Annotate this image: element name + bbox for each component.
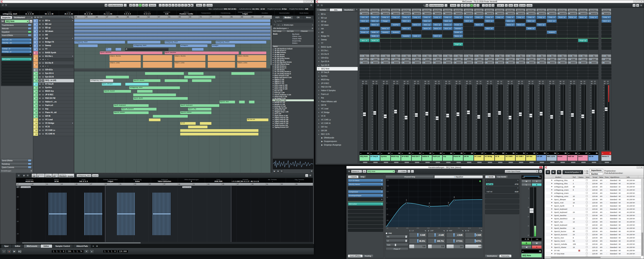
pool-media-row[interactable]: ▶SY Seq Note ✱ 120.00 4/4 - Standard - M… [544,252,644,255]
edit-button[interactable]: e [559,83,562,84]
track-color-cell[interactable]: ▶13 [33,68,38,72]
audio-event[interactable] [116,48,121,51]
track-lane[interactable]: Gitarre_Links Gitarre_Links Gitarre_Link… [74,62,270,68]
solo-button[interactable]: s [490,81,492,82]
insert-slot[interactable]: SSLE...eo [484,27,494,30]
play-preview-icon[interactable]: ▶ [273,83,274,84]
mixer-channel-strip[interactable]: ROUTING INSERTS Comp...orFlangerStereo..… [380,9,391,164]
send-slot[interactable] [401,65,411,67]
insert-slot-post[interactable] [578,43,588,46]
fader-cap[interactable] [415,113,418,117]
fader-cap[interactable] [540,112,543,116]
insert-slot[interactable]: Stereo...ay [578,16,588,19]
info-field[interactable]: Transponieren [196,11,216,15]
track-color-cell[interactable]: ▶11 [33,55,38,61]
audio-event[interactable] [239,101,245,104]
insert-slot[interactable] [602,23,612,27]
mute-button[interactable]: m [38,111,41,114]
insert-slot[interactable] [391,34,401,38]
racks-star-icon[interactable]: * [457,4,460,7]
media-style-item[interactable]: Big Beats [292,33,313,35]
inspector-gear-icon[interactable]: ⚙ [30,170,32,172]
insert-slot[interactable]: Comp...or [391,16,401,19]
insert-slot-post[interactable] [557,43,567,46]
qlink-button[interactable]: Q-Link [519,4,526,7]
routing-rack-header[interactable]: ROUTING [391,9,401,12]
insert-slot[interactable] [495,27,505,30]
musical-mode-checkbox[interactable] [586,246,588,248]
edit-button[interactable]: e [382,83,385,84]
undo-button[interactable]: ↶ [317,4,320,7]
send-slot[interactable] [474,71,484,73]
send-slot[interactable] [516,74,526,76]
insert-slot-post[interactable] [602,43,612,46]
insert-slot[interactable] [602,31,612,34]
play-preview-icon[interactable]: ▶ [273,60,274,61]
inserts-rack-header[interactable]: INSERTS [516,12,526,15]
visibility-dot-icon[interactable]: ● [318,17,319,19]
fader-cap[interactable] [498,111,501,115]
insert-slot-post[interactable] [588,43,598,46]
media-tab[interactable]: Medien [283,16,293,19]
insert-slot[interactable]: SSLE...eo [432,34,442,38]
fader-cap[interactable] [550,115,553,119]
audition-icon[interactable]: ▶ [551,208,553,210]
solo-button[interactable]: s [42,129,44,132]
audio-event[interactable]: schlagzeug_slash [133,44,176,47]
media-tab[interactable]: VSTi [272,16,283,19]
send-slot[interactable] [422,77,432,79]
insert-slot-post[interactable] [568,43,578,46]
edit-button[interactable]: e [476,83,479,84]
listen-button[interactable]: l [552,83,555,84]
send-slot[interactable] [443,77,453,79]
insert-slot[interactable] [380,34,390,38]
insert-slot-post[interactable] [422,43,432,46]
send-slot[interactable] [602,68,612,70]
musical-mode-checkbox[interactable] [586,227,588,229]
edit-button[interactable]: e [528,83,531,84]
sends-rack-header[interactable]: SENDS [568,61,578,64]
insert-slot[interactable] [484,31,494,34]
channel-name-label[interactable]: VC Bridg [484,155,494,161]
band-shape-icon[interactable]: ∿ [443,230,445,232]
send-slot[interactable] [495,65,505,67]
strip-rack-header[interactable]: STRIP [401,58,411,61]
track-row[interactable]: ▶5 m s HH ▼ ●◀e∞ [33,33,74,37]
track-color-cell[interactable]: ▶12 [33,62,38,68]
insert-slot[interactable]: SSLE...eo [360,19,370,23]
send-slot[interactable] [536,71,546,73]
send-slot[interactable] [443,68,453,70]
track-row[interactable]: ▶11 m s EG Dis L ▼ ●◀e∞ [33,55,74,62]
visibility-dot-icon[interactable]: ● [318,54,319,55]
send-slot[interactable] [391,71,401,73]
tool-button[interactable]: ✕ [178,4,181,7]
inserts-rack-header[interactable]: INSERTS [464,12,474,15]
editor-info-field[interactable]: Orig. Tonhöhe- [286,178,313,183]
media-file-item[interactable]: ▶Turtle Groove 120 [272,124,314,126]
play-preview-icon[interactable]: ▶ [273,79,274,80]
mixer-hscrollbar[interactable] [484,161,494,163]
visibility-dot-icon[interactable]: ● [318,50,319,51]
audio-event[interactable]: Spur10_buzzer [104,90,131,93]
insert-slot[interactable]: CLA-2A...no▾ [2,38,32,41]
info-field[interactable]: SperrenPosition + Größe [177,11,196,15]
listen-button[interactable]: l [520,83,524,84]
insert-slot[interactable]: Stereo...er [412,23,422,27]
eq-rack-header[interactable]: EQ [370,54,380,57]
send-slot[interactable] [568,71,578,73]
solo-button[interactable]: s [42,27,44,29]
strip-rack-header[interactable]: STRIP [516,58,526,61]
mixer-hscrollbar[interactable] [464,161,474,163]
strip-rack-header[interactable]: STRIP [391,58,401,61]
inspector-section[interactable]: TrackVersions [1,24,32,27]
channel-number-row[interactable]: ∞33 [536,152,546,155]
track-lane[interactable] [74,93,270,97]
bypass-button[interactable]: E [485,4,488,7]
audition-icon[interactable]: ▶ [551,227,553,229]
channel-state-button[interactable]: M [522,180,532,183]
visibility-dot-icon[interactable]: ● [318,24,319,26]
channel-name-label[interactable]: SY Seq B [370,155,380,161]
info-field[interactable]: Fade-In0. 0. 0. 0 [118,11,138,15]
fader-cap[interactable] [384,114,387,118]
solo-button[interactable]: s [42,20,44,22]
